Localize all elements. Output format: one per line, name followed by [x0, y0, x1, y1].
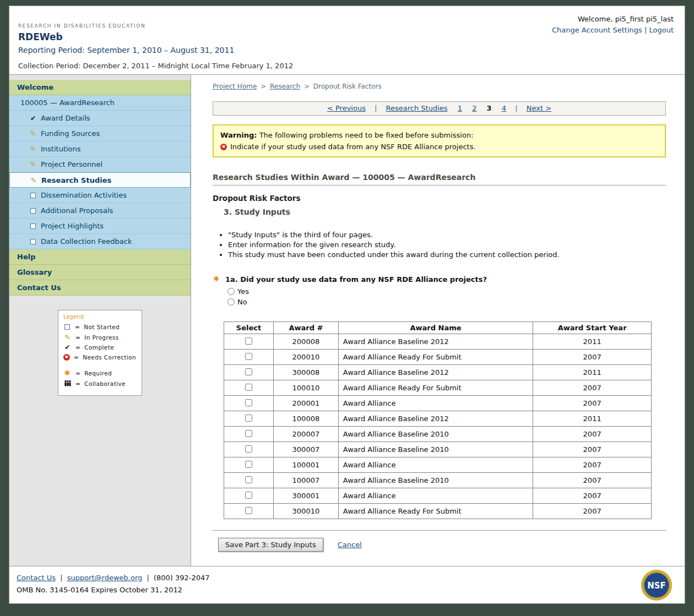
pencil-icon [63, 334, 72, 341]
welcome-user-text: Welcome, pi5_first pi5_last [552, 15, 674, 23]
sidebar-item-glossary[interactable]: Glossary [9, 265, 191, 280]
award-name-cell: Award Alliance [338, 457, 533, 473]
option-no[interactable]: No [227, 297, 666, 307]
research-studies-pager-link[interactable]: Research Studies [386, 104, 448, 112]
no-radio[interactable] [227, 298, 235, 306]
legend-row-required: = Required [63, 369, 137, 377]
not-started-icon [64, 324, 70, 330]
warning-box: Warning: The following problems need to … [213, 124, 666, 157]
legend-title: Legend [63, 314, 137, 320]
yes-radio[interactable] [227, 288, 235, 295]
sidebar-item-data-collection-feedback[interactable]: Data Collection Feedback [9, 234, 191, 249]
sidebar-item-dissemination-activities[interactable]: Dissemination Activities [9, 188, 191, 203]
award-start-year-cell: 2007 [533, 504, 652, 519]
legend-label: Not Started [84, 324, 120, 330]
required-asterisk-icon [213, 275, 220, 282]
save-button[interactable]: Save Part 3: Study Inputs [218, 538, 323, 552]
award-name-cell: Award Alliance Baseline 2010 [338, 473, 533, 488]
award-select-checkbox[interactable] [245, 353, 252, 360]
pencil-icon [29, 161, 37, 168]
main-content: Project Home > Research > Dropout Risk F… [191, 75, 685, 566]
sidebar-item-label: Additional Proposals [41, 203, 113, 218]
pencil-icon [29, 145, 37, 152]
not-started-icon [30, 208, 36, 214]
legend-label: Needs Correction [83, 354, 136, 361]
section-title: Research Studies Within Award — 100005 —… [213, 173, 666, 182]
breadcrumb-research-link[interactable]: Research [270, 83, 300, 90]
award-start-year-cell: 2011 [533, 411, 652, 427]
separator: | [147, 574, 149, 582]
select-cell [224, 365, 274, 380]
award-select-checkbox[interactable] [245, 461, 252, 468]
sidebar-item-award[interactable]: 100005 — AwardResearch [9, 95, 191, 111]
award-select-checkbox[interactable] [245, 337, 252, 345]
warning-line: Warning: The following problems need to … [220, 131, 658, 139]
award-number-cell: 300008 [273, 365, 338, 380]
awards-table: Select Award # Award Name Award Start Ye… [224, 321, 652, 519]
award-select-checkbox[interactable] [245, 430, 252, 437]
change-account-settings-link[interactable]: Change Account Settings [552, 26, 642, 34]
award-select-checkbox[interactable] [245, 415, 252, 422]
legend-eq: = [75, 334, 80, 341]
error-icon [220, 144, 227, 150]
award-number-cell: 200007 [273, 427, 338, 442]
account-links: Change Account Settings | Logout [552, 26, 674, 34]
cancel-link[interactable]: Cancel [338, 541, 362, 549]
column-header-award-number: Award # [273, 322, 338, 334]
select-cell [224, 380, 274, 396]
award-select-checkbox[interactable] [245, 368, 252, 375]
page-1-link[interactable]: 1 [458, 104, 462, 112]
award-select-checkbox[interactable] [245, 384, 252, 391]
sidebar-item-award-details[interactable]: Award Details [9, 111, 191, 126]
reporting-period: Reporting Period: September 1, 2010 – Au… [18, 46, 674, 54]
warning-item-text: Indicate if your study used data from an… [230, 143, 476, 151]
table-row: 100007 Award Alliance Baseline 2010 2007 [224, 473, 652, 488]
question-1a: 1a. Did your study use data from any NSF… [213, 275, 666, 284]
sidebar-item-additional-proposals[interactable]: Additional Proposals [9, 203, 191, 219]
award-start-year-cell: 2007 [533, 427, 652, 442]
instruction-bullets: "Study Inputs" is the third of four page… [228, 231, 666, 259]
next-page-link[interactable]: Next > [527, 104, 551, 112]
footer-email-link[interactable]: support@rdeweb.org [67, 574, 143, 582]
award-select-checkbox[interactable] [245, 507, 252, 514]
sidebar-item-contact-us[interactable]: Contact Us [9, 280, 191, 296]
sidebar-item-help[interactable]: Help [9, 249, 191, 265]
previous-page-link[interactable]: < Previous [327, 104, 366, 112]
award-select-checkbox[interactable] [245, 399, 252, 406]
award-select-checkbox[interactable] [245, 445, 252, 453]
sidebar-item-project-personnel[interactable]: Project Personnel [9, 157, 191, 172]
question-text: 1a. Did your study use data from any NSF… [225, 275, 487, 284]
award-number-cell: 100001 [273, 457, 338, 473]
sidebar-item-welcome[interactable]: Welcome [9, 80, 191, 95]
sidebar-item-funding-sources[interactable]: Funding Sources [9, 126, 191, 141]
logout-link[interactable]: Logout [649, 26, 674, 34]
option-no-label: No [237, 298, 247, 306]
footer-contact-us-link[interactable]: Contact Us [17, 574, 56, 582]
award-select-checkbox[interactable] [245, 492, 252, 499]
sidebar-item-label: Institutions [41, 141, 81, 156]
legend-label: Complete [84, 344, 114, 351]
award-name-cell: Award Alliance [338, 396, 533, 411]
page-4-link[interactable]: 4 [502, 104, 506, 112]
select-cell [224, 396, 274, 411]
breadcrumb-separator: > [304, 83, 310, 90]
select-cell [224, 473, 274, 488]
body-row: Welcome 100005 — AwardResearch Award Det… [9, 74, 685, 566]
warning-message: The following problems need to be fixed … [259, 131, 474, 139]
sidebar-item-project-highlights[interactable]: Project Highlights [9, 219, 191, 234]
legend-row-needs-correction: = Needs Correction [63, 354, 137, 361]
bullet-item: Enter information for the given research… [228, 241, 666, 249]
page-2-link[interactable]: 2 [472, 104, 476, 112]
award-select-checkbox[interactable] [245, 476, 252, 483]
award-start-year-cell: 2011 [533, 334, 652, 350]
footer-omb-line: OMB No. 3145-0164 Expires October 31, 20… [17, 586, 676, 594]
award-start-year-cell: 2007 [533, 488, 652, 504]
form-actions: Save Part 3: Study Inputs Cancel [218, 538, 666, 552]
sidebar-item-research-studies[interactable]: Research Studies [9, 172, 191, 188]
separator: | [515, 104, 517, 112]
sidebar-item-institutions[interactable]: Institutions [9, 141, 191, 157]
breadcrumb-project-home-link[interactable]: Project Home [213, 83, 257, 90]
award-number-cell: 200010 [273, 350, 338, 365]
select-cell [224, 457, 274, 473]
option-yes[interactable]: Yes [227, 286, 666, 297]
